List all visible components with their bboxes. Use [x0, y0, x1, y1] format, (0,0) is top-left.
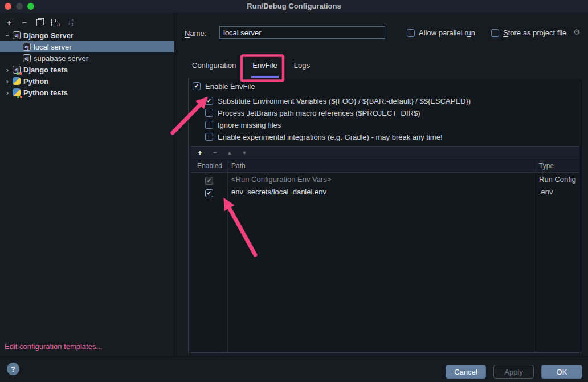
row-path: <Run Configuration Env Vars>	[231, 175, 331, 184]
move-down-icon[interactable]: ▼	[240, 150, 248, 156]
column-header-enabled: Enabled	[197, 162, 222, 170]
sidebar-item-django-server[interactable]: › dj Django Server	[0, 30, 174, 41]
cancel-button[interactable]: Cancel	[446, 365, 486, 379]
remove-env-file-icon[interactable]: −	[211, 148, 219, 157]
substitute-env-vars-checkbox[interactable]: ✓	[205, 97, 213, 105]
django-tests-icon: dj	[13, 66, 21, 74]
window-titlebar: Run/Debug Configurations	[0, 0, 588, 13]
envfile-tab-panel: ✓ Enable EnvFile ✓ Substitute Environmen…	[188, 78, 582, 353]
tree-item-label: Django tests	[23, 66, 68, 74]
configuration-editor: Name: Allow parallel run Store as projec…	[174, 13, 588, 357]
tree-item-label: Python	[23, 77, 48, 86]
sidebar-toolbar: + − + ↓ az	[2, 16, 75, 29]
ignore-missing-files-option: Ignore missing files	[205, 120, 281, 130]
sidebar-item-python-tests[interactable]: › Python tests	[0, 87, 174, 98]
experimental-integrations-checkbox[interactable]	[205, 133, 213, 141]
copy-configuration-icon[interactable]	[35, 17, 44, 27]
chevron-right-icon[interactable]: ›	[3, 66, 11, 74]
apply-button[interactable]: Apply	[493, 365, 534, 379]
folder-plus-icon: +	[51, 18, 60, 26]
name-label: Name:	[185, 29, 206, 38]
column-header-path: Path	[231, 162, 246, 170]
help-button[interactable]: ?	[7, 363, 19, 375]
enable-envfile-option: ✓ Enable EnvFile	[193, 81, 255, 91]
option-label: Ignore missing files	[218, 121, 281, 129]
remove-configuration-icon[interactable]: −	[20, 17, 29, 27]
store-as-project-file-label: Store as project file	[503, 29, 566, 37]
python-tests-icon	[13, 88, 21, 96]
name-input[interactable]	[219, 26, 385, 39]
django-icon: dj	[23, 54, 31, 62]
option-label: Enable experimental integrations (e.g. G…	[218, 133, 443, 141]
sort-configurations-icon[interactable]: ↓ az	[66, 17, 75, 27]
env-files-table: + − ▲ ▼ Enabled Path Type ✓ <Run Configu…	[191, 146, 579, 353]
question-mark-icon: ?	[11, 365, 15, 373]
tab-envfile[interactable]: EnvFile	[251, 61, 278, 78]
new-folder-icon[interactable]: +	[51, 17, 60, 27]
chevron-down-icon[interactable]: ›	[3, 31, 12, 39]
tab-configuration[interactable]: Configuration	[191, 61, 237, 78]
experimental-integrations-option: Enable experimental integrations (e.g. G…	[205, 132, 443, 142]
tree-item-label: local server	[34, 43, 71, 51]
sidebar-item-supabase-server[interactable]: dj supabase server	[0, 52, 174, 64]
store-as-project-file-option: Store as project file	[491, 29, 566, 37]
table-row[interactable]: ✓ <Run Configuration Env Vars> Run Confi…	[191, 173, 579, 186]
run-debug-configurations-dialog: { "window": { "title": "Run/Debug Config…	[0, 0, 588, 382]
ok-button[interactable]: OK	[541, 365, 582, 379]
sidebar-item-django-tests[interactable]: › dj Django tests	[0, 64, 174, 75]
move-up-icon[interactable]: ▲	[226, 150, 234, 156]
configuration-tabs: Configuration EnvFile Logs	[191, 61, 311, 78]
add-configuration-icon[interactable]: +	[5, 17, 14, 27]
chevron-right-icon[interactable]: ›	[3, 77, 11, 86]
chevron-right-icon[interactable]: ›	[3, 88, 11, 97]
table-toolbar: + − ▲ ▼	[191, 147, 579, 159]
allow-parallel-run-checkbox[interactable]	[407, 29, 415, 37]
row-enabled-checkbox: ✓	[205, 177, 213, 185]
allow-parallel-run-option: Allow parallel run	[407, 29, 475, 37]
enable-envfile-checkbox[interactable]: ✓	[193, 82, 201, 90]
edit-configuration-templates-link[interactable]: Edit configuration templates...	[5, 342, 102, 351]
add-env-file-icon[interactable]: +	[196, 148, 204, 157]
window-title: Run/Debug Configurations	[0, 2, 588, 10]
python-icon	[13, 77, 21, 85]
column-header-type: Type	[539, 162, 554, 170]
row-path: env_secrets/local_daniel.env	[231, 188, 326, 196]
ignore-missing-files-checkbox[interactable]	[205, 121, 213, 129]
configurations-sidebar: + − + ↓ az › dj Django Server dj local s…	[0, 13, 174, 357]
table-header: Enabled Path Type	[191, 160, 579, 173]
row-type: .env	[539, 188, 553, 196]
process-path-macros-checkbox[interactable]	[205, 109, 213, 117]
tree-item-label: supabase server	[34, 54, 88, 63]
store-as-project-file-checkbox[interactable]	[491, 29, 499, 37]
option-label: Enable EnvFile	[205, 82, 255, 91]
option-label: Substitute Environment Variables (${FOO}…	[218, 97, 471, 105]
option-label: Process JetBrains path macro references …	[218, 109, 420, 117]
process-path-macros-option: Process JetBrains path macro references …	[205, 108, 420, 118]
django-icon: dj	[23, 43, 31, 51]
row-type: Run Config	[539, 175, 576, 184]
tree-item-label: Django Server	[23, 31, 74, 40]
dialog-footer: ? Cancel Apply OK	[0, 357, 588, 382]
row-enabled-checkbox[interactable]: ✓	[205, 189, 213, 197]
sidebar-item-python[interactable]: › Python	[0, 75, 174, 87]
tab-logs[interactable]: Logs	[293, 61, 311, 78]
substitute-env-vars-option: ✓ Substitute Environment Variables (${FO…	[205, 96, 471, 106]
store-settings-gear-icon[interactable]: ⚙	[573, 28, 581, 36]
table-row[interactable]: ✓ env_secrets/local_daniel.env .env	[191, 186, 579, 198]
tree-item-label: Python tests	[23, 88, 68, 97]
sidebar-item-local-server[interactable]: dj local server	[0, 41, 174, 52]
allow-parallel-run-label: Allow parallel run	[419, 29, 475, 37]
copy-icon	[36, 18, 44, 26]
django-icon: dj	[13, 31, 21, 39]
